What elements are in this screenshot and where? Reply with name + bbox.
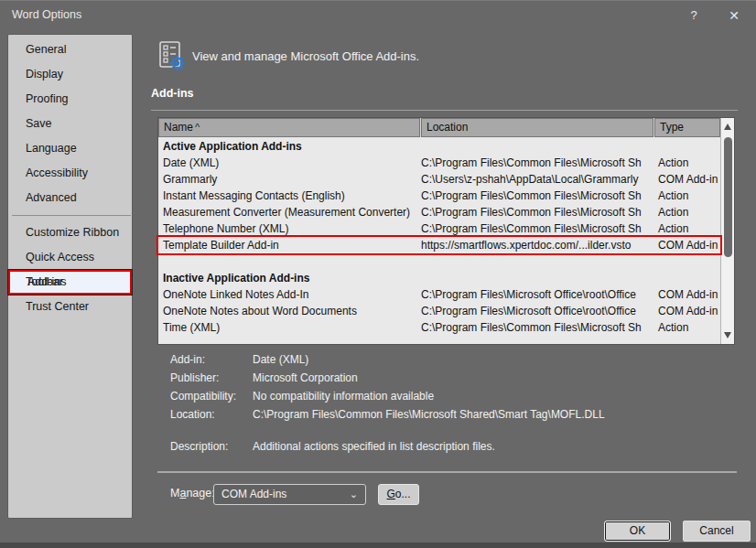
sidebar-item-language[interactable]: Language — [8, 136, 132, 161]
manage-label: Manage: — [170, 487, 215, 500]
table-row[interactable]: Grammarly C:\Users\z-pshah\AppData\Local… — [158, 171, 720, 188]
dialog-title: Word Options — [12, 8, 81, 21]
detail-row-publisher: Publisher: Microsoft Corporation — [170, 369, 719, 387]
scrollbar-down-icon[interactable] — [724, 332, 731, 338]
table-row-template-builder-highlighted[interactable]: Template Builder Add-in https://smartflo… — [158, 237, 720, 253]
close-icon[interactable]: ✕ — [723, 5, 745, 27]
manage-dropdown[interactable]: COM Add-ins ⌄ — [213, 484, 366, 505]
table-row[interactable]: OneNote Notes about Word Documents C:\Pr… — [158, 303, 720, 319]
table-body: Active Application Add-ins Date (XML) C:… — [158, 138, 720, 344]
group-row-inactive: Inactive Application Add-ins — [158, 270, 720, 286]
section-title: Add-ins — [151, 87, 194, 100]
sidebar: General Display Proofing Save Language A… — [7, 34, 133, 519]
sort-ascending-icon: ^ — [195, 122, 200, 133]
sidebar-item-quick-access-toolbar[interactable]: Quick Access Toolbar — [8, 245, 132, 270]
table-row[interactable]: Time (XML) C:\Program Files\Common Files… — [158, 319, 720, 336]
window-bottom-edge — [0, 543, 756, 548]
manage-divider — [157, 471, 737, 473]
sidebar-item-general[interactable]: General — [8, 38, 132, 62]
sidebar-item-add-ins[interactable]: Add-ins — [8, 270, 132, 295]
scrollbar-up-icon[interactable] — [724, 124, 731, 130]
word-options-dialog: Word Options ? ✕ General Display Proofin… — [0, 1, 756, 548]
table-row[interactable]: Date (XML) C:\Program Files\Common Files… — [158, 155, 720, 171]
table-row[interactable]: Instant Messaging Contacts (English) C:\… — [158, 188, 720, 204]
sidebar-item-trust-center[interactable]: Trust Center — [8, 295, 132, 319]
table-row[interactable]: OneNote Linked Notes Add-In C:\Program F… — [158, 286, 720, 303]
sidebar-item-proofing[interactable]: Proofing — [8, 87, 132, 112]
intro-text: View and manage Microsoft Office Add-ins… — [192, 49, 419, 63]
manage-dropdown-value: COM Add-ins — [221, 488, 286, 500]
detail-row-location: Location: C:\Program Files\Common Files\… — [170, 405, 719, 424]
titlebar: Word Options ? ✕ — [0, 1, 756, 30]
chevron-down-icon: ⌄ — [350, 485, 358, 504]
ok-button[interactable]: OK — [604, 521, 671, 542]
table-row-spacer — [158, 253, 720, 270]
column-header-location[interactable]: Location — [421, 118, 653, 137]
table-header: Name^ Location Type — [158, 118, 720, 137]
addin-details: Add-in: Date (XML) Publisher: Microsoft … — [170, 350, 719, 456]
detail-row-description: Description: Additional actions specifie… — [170, 437, 719, 456]
addins-table: Name^ Location Type Active Application A… — [157, 117, 735, 345]
help-icon[interactable]: ? — [683, 5, 705, 27]
sidebar-item-accessibility[interactable]: Accessibility — [8, 161, 132, 186]
go-button[interactable]: Go... — [378, 484, 419, 505]
detail-row-addin: Add-in: Date (XML) — [170, 350, 719, 369]
detail-row-compatibility: Compatibility: No compatibility informat… — [170, 387, 719, 405]
sidebar-item-save[interactable]: Save — [8, 112, 132, 136]
table-scrollbar[interactable] — [720, 118, 734, 344]
table-row[interactable]: Telephone Number (XML) C:\Program Files\… — [158, 220, 720, 237]
column-header-type[interactable]: Type — [654, 118, 720, 137]
sidebar-item-advanced[interactable]: Advanced — [8, 186, 132, 210]
table-row[interactable]: Measurement Converter (Measurement Conve… — [158, 204, 720, 220]
column-header-name[interactable]: Name^ — [158, 118, 420, 137]
scrollbar-thumb[interactable] — [724, 137, 732, 257]
group-row-active: Active Application Add-ins — [158, 138, 720, 155]
cancel-button[interactable]: Cancel — [683, 521, 751, 542]
sidebar-item-customize-ribbon[interactable]: Customize Ribbon — [8, 220, 132, 245]
sidebar-divider — [12, 215, 131, 216]
section-divider — [151, 110, 738, 111]
addins-list-gear-icon — [157, 40, 189, 71]
sidebar-item-display[interactable]: Display — [8, 62, 132, 87]
